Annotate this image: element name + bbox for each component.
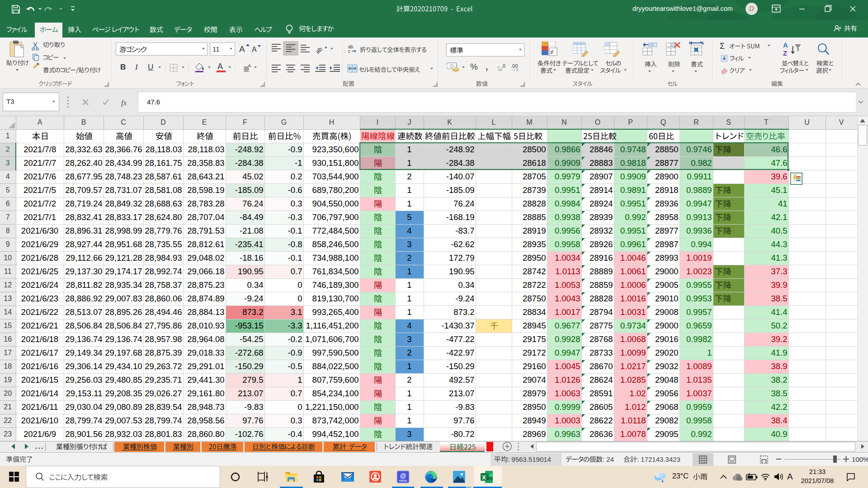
svg-text:→.0: →.0: [512, 68, 519, 71]
svg-text:c: c: [348, 49, 350, 53]
svg-text:A: A: [252, 46, 257, 53]
svg-text:X: X: [482, 474, 486, 481]
svg-text:fx: fx: [121, 99, 127, 107]
svg-text:.00: .00: [497, 68, 503, 71]
svg-text:menu: menu: [399, 479, 407, 482]
svg-text:A: A: [783, 41, 788, 49]
svg-text:ab: ab: [316, 46, 324, 55]
svg-text:≠: ≠: [550, 48, 554, 56]
svg-text:Z: Z: [783, 49, 787, 57]
svg-text:@: @: [400, 472, 406, 479]
svg-text:A: A: [239, 44, 245, 54]
